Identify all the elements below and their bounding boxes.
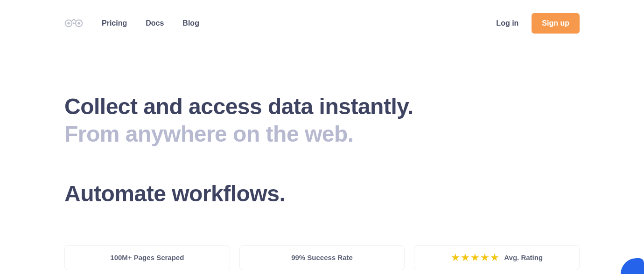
star-icon: ★ — [461, 253, 470, 263]
hero-section: Collect and access data instantly. From … — [64, 43, 580, 208]
header-left: Pricing Docs Blog — [64, 18, 199, 28]
stats-row: 100M+ Pages Scraped 99% Success Rate ★ ★… — [64, 245, 580, 270]
nav-blog[interactable]: Blog — [182, 19, 199, 27]
main-nav: Pricing Docs Blog — [102, 19, 199, 27]
stat-success-text: 99% Success Rate — [291, 253, 353, 261]
svg-point-3 — [77, 22, 80, 24]
star-icon: ★ — [451, 253, 460, 263]
logo[interactable] — [64, 18, 83, 28]
header-right: Log in Sign up — [496, 13, 580, 34]
nav-docs[interactable]: Docs — [146, 19, 164, 27]
stat-card-pages: 100M+ Pages Scraped — [64, 245, 230, 270]
stat-card-rating: ★ ★ ★ ★ ★ Avg. Rating — [414, 245, 580, 270]
stat-pages-text: 100M+ Pages Scraped — [110, 253, 184, 261]
hero-headline-line1: Collect and access data instantly. — [64, 94, 413, 119]
nav-pricing[interactable]: Pricing — [102, 19, 127, 27]
hero-headline-line2: From anywhere on the web. — [64, 122, 354, 146]
star-icon: ★ — [470, 253, 480, 263]
signup-button[interactable]: Sign up — [532, 13, 580, 34]
login-link[interactable]: Log in — [496, 19, 518, 27]
star-icon: ★ — [490, 253, 499, 263]
svg-point-1 — [67, 22, 70, 24]
star-icon: ★ — [480, 253, 490, 263]
stat-card-success: 99% Success Rate — [239, 245, 405, 270]
stat-rating-text: Avg. Rating — [504, 253, 543, 261]
header: Pricing Docs Blog Log in Sign up — [64, 0, 580, 43]
chat-widget-button[interactable] — [621, 258, 644, 274]
owl-logo-icon — [64, 18, 83, 28]
hero-headline: Collect and access data instantly. From … — [64, 93, 580, 148]
rating-stars: ★ ★ ★ ★ ★ — [451, 253, 499, 263]
hero-subheadline: Automate workflows. — [64, 180, 580, 208]
